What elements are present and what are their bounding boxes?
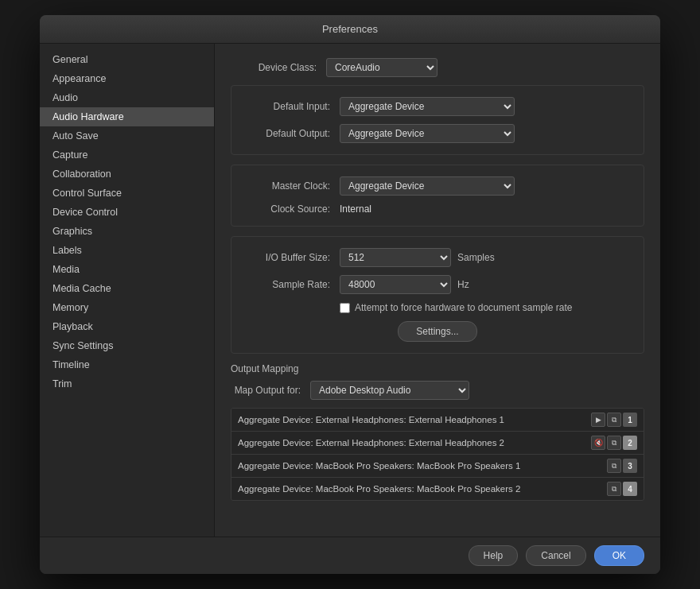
map-output-select[interactable]: Adobe Desktop Audio <box>310 381 469 400</box>
clock-source-row: Clock Source: Internal <box>244 203 631 215</box>
output-num-2: 2 <box>623 436 637 450</box>
output-row-text-3: Aggregate Device: MacBook Pro Speakers: … <box>238 461 607 471</box>
master-clock-label: Master Clock: <box>244 180 340 192</box>
sidebar-item-playback[interactable]: Playback <box>40 317 214 336</box>
master-clock-section: Master Clock: Aggregate Device Clock Sou… <box>231 165 644 227</box>
clock-source-label: Clock Source: <box>244 203 340 215</box>
default-output-row: Default Output: Aggregate Device <box>244 124 631 143</box>
sidebar-item-media[interactable]: Media <box>40 260 214 279</box>
sidebar-item-timeline[interactable]: Timeline <box>40 355 214 374</box>
buffer-unit: Samples <box>457 252 495 263</box>
device-class-label: Device Class: <box>231 62 326 73</box>
sidebar-item-general[interactable]: General <box>40 50 214 69</box>
buffer-size-select[interactable]: 512 <box>340 248 451 267</box>
sidebar-item-trim[interactable]: Trim <box>40 374 214 393</box>
preferences-dialog: Preferences GeneralAppearanceAudioAudio … <box>40 15 660 574</box>
clock-source-value: Internal <box>340 203 371 215</box>
main-content: Device Class: CoreAudio Default Input: A… <box>215 44 660 537</box>
dialog-title: Preferences <box>322 23 378 35</box>
output-row-2: Aggregate Device: External Headphones: E… <box>231 432 644 455</box>
ok-button[interactable]: OK <box>594 545 644 566</box>
output-row-controls-4: ⧉4 <box>607 482 637 496</box>
default-output-select[interactable]: Aggregate Device <box>340 124 515 143</box>
play-btn-1[interactable]: ▶ <box>591 413 605 427</box>
sample-rate-row: Sample Rate: 48000 Hz <box>244 275 631 294</box>
clip-btn-3[interactable]: ⧉ <box>607 459 621 473</box>
sidebar-item-capture[interactable]: Capture <box>40 145 214 165</box>
default-input-row: Default Input: Aggregate Device <box>244 97 631 116</box>
cancel-button[interactable]: Cancel <box>526 545 585 566</box>
buffer-size-label: I/O Buffer Size: <box>244 252 340 263</box>
sidebar-item-graphics[interactable]: Graphics <box>40 222 214 241</box>
clip-btn-4[interactable]: ⧉ <box>607 482 621 496</box>
map-output-for-label: Map Output for: <box>231 385 310 396</box>
sidebar-item-device-control[interactable]: Device Control <box>40 203 214 222</box>
dialog-footer: Help Cancel OK <box>40 537 660 574</box>
output-row-3: Aggregate Device: MacBook Pro Speakers: … <box>231 455 644 478</box>
sidebar-item-collaboration[interactable]: Collaboration <box>40 165 214 184</box>
map-output-row: Map Output for: Adobe Desktop Audio <box>231 381 644 400</box>
clip-btn-1[interactable]: ⧉ <box>607 413 621 427</box>
sidebar-item-memory[interactable]: Memory <box>40 298 214 317</box>
sidebar-item-control-surface[interactable]: Control Surface <box>40 184 214 203</box>
force-hardware-row: Attempt to force hardware to document sa… <box>244 302 631 313</box>
dialog-body: GeneralAppearanceAudioAudio HardwareAuto… <box>40 44 660 537</box>
sample-rate-label: Sample Rate: <box>244 279 340 290</box>
buffer-sample-section: I/O Buffer Size: 512 Samples Sample Rate… <box>231 236 644 354</box>
settings-button[interactable]: Settings... <box>398 321 476 342</box>
sidebar-item-auto-save[interactable]: Auto Save <box>40 126 214 145</box>
default-input-label: Default Input: <box>244 101 340 112</box>
buffer-size-row: I/O Buffer Size: 512 Samples <box>244 248 631 267</box>
clip-btn-2[interactable]: ⧉ <box>607 436 621 450</box>
force-hardware-checkbox[interactable] <box>340 303 350 313</box>
output-row-controls-1: ▶⧉1 <box>591 413 637 427</box>
sidebar-item-labels[interactable]: Labels <box>40 241 214 260</box>
output-mapping-label: Output Mapping <box>231 363 644 374</box>
sample-rate-unit: Hz <box>457 279 469 290</box>
output-num-4: 4 <box>623 482 637 496</box>
output-num-3: 3 <box>623 459 637 473</box>
title-bar: Preferences <box>40 15 660 44</box>
master-clock-select[interactable]: Aggregate Device <box>340 176 515 196</box>
force-hardware-label: Attempt to force hardware to document sa… <box>355 302 572 313</box>
sidebar-item-media-cache[interactable]: Media Cache <box>40 279 214 298</box>
input-output-section: Default Input: Aggregate Device Default … <box>231 85 644 155</box>
sample-rate-select[interactable]: 48000 <box>340 275 451 294</box>
sidebar: GeneralAppearanceAudioAudio HardwareAuto… <box>40 44 215 537</box>
sidebar-item-appearance[interactable]: Appearance <box>40 69 214 88</box>
sidebar-item-audio[interactable]: Audio <box>40 88 214 107</box>
device-class-row: Device Class: CoreAudio <box>231 58 644 77</box>
output-list: Aggregate Device: External Headphones: E… <box>231 408 644 501</box>
output-row-4: Aggregate Device: MacBook Pro Speakers: … <box>231 478 644 500</box>
output-row-text-2: Aggregate Device: External Headphones: E… <box>238 438 591 448</box>
device-class-select[interactable]: CoreAudio <box>326 58 438 77</box>
default-input-select[interactable]: Aggregate Device <box>340 97 515 116</box>
output-num-1: 1 <box>623 413 637 427</box>
default-output-label: Default Output: <box>244 128 340 139</box>
output-mapping-section: Output Mapping Map Output for: Adobe Des… <box>231 363 644 501</box>
output-row-controls-3: ⧉3 <box>607 459 637 473</box>
output-row-text-1: Aggregate Device: External Headphones: E… <box>238 415 591 424</box>
sidebar-item-sync-settings[interactable]: Sync Settings <box>40 336 214 355</box>
output-row-text-4: Aggregate Device: MacBook Pro Speakers: … <box>238 484 607 494</box>
help-button[interactable]: Help <box>469 545 519 566</box>
master-clock-row: Master Clock: Aggregate Device <box>244 176 631 196</box>
output-row-1: Aggregate Device: External Headphones: E… <box>231 409 644 432</box>
sidebar-item-audio-hardware[interactable]: Audio Hardware <box>40 107 214 126</box>
output-row-controls-2: 🔇⧉2 <box>591 436 637 450</box>
mute-btn-2[interactable]: 🔇 <box>591 436 605 450</box>
